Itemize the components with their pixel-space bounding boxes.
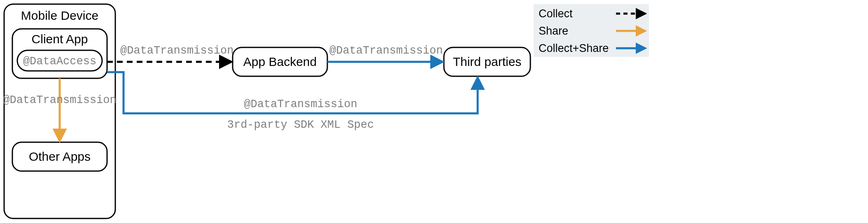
app-backend-label: App Backend: [243, 55, 317, 68]
app-backend-node: App Backend: [233, 47, 327, 76]
edge-client-to-third: @DataTransmission 3rd-party SDK XML Spec: [107, 72, 478, 131]
legend-share-label: Share: [539, 25, 568, 37]
edge-backend-to-third-label: @DataTransmission: [329, 45, 443, 57]
legend-collect-label: Collect: [539, 7, 573, 20]
edge-client-to-backend: @DataTransmission: [107, 45, 233, 62]
data-access-label: @DataAccess: [23, 55, 96, 68]
other-apps-node: Other Apps: [12, 142, 107, 171]
edge-client-to-other-label: @DataTransmission: [3, 94, 116, 106]
legend-collect-share-label: Collect+Share: [539, 42, 609, 54]
other-apps-label: Other Apps: [29, 150, 91, 163]
data-access-node: @DataAccess: [17, 50, 102, 71]
client-app-node: Client App @DataAccess: [12, 29, 107, 78]
third-parties-label: Third parties: [453, 55, 522, 68]
third-parties-node: Third parties: [444, 47, 530, 76]
edge-client-to-backend-label: @DataTransmission: [120, 45, 233, 57]
edge-client-to-third-label-bottom: 3rd-party SDK XML Spec: [227, 119, 374, 131]
edge-backend-to-third: @DataTransmission: [327, 45, 443, 62]
mobile-device-label: Mobile Device: [21, 9, 98, 22]
legend: Collect Share Collect+Share: [534, 4, 649, 57]
client-app-label: Client App: [32, 32, 88, 46]
edge-client-to-third-label-top: @DataTransmission: [244, 98, 357, 110]
